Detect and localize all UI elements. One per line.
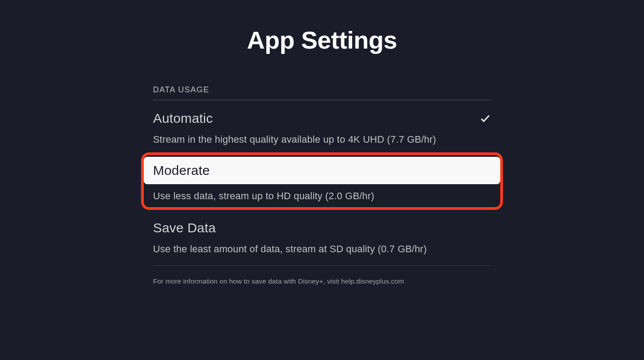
settings-container: DATA USAGE Automatic Stream in the highe…: [153, 85, 491, 285]
page-title: App Settings: [0, 0, 644, 54]
option-description: Stream in the highest quality available …: [153, 134, 491, 145]
option-moderate[interactable]: Moderate Use less data, stream up to HD …: [141, 152, 503, 210]
section-header-data-usage: DATA USAGE: [153, 85, 491, 100]
check-icon: [479, 113, 491, 124]
option-description: Use less data, stream up to HD quality (…: [153, 190, 491, 202]
option-automatic[interactable]: Automatic Stream in the highest quality …: [153, 100, 491, 152]
option-description: Use the least amount of data, stream at …: [153, 243, 491, 255]
option-title: Save Data: [153, 220, 216, 235]
footer-info-text: For more information on how to save data…: [153, 266, 491, 285]
option-title: Moderate: [153, 163, 491, 178]
option-title: Automatic: [153, 111, 213, 126]
option-save-data[interactable]: Save Data Use the least amount of data, …: [153, 210, 491, 266]
